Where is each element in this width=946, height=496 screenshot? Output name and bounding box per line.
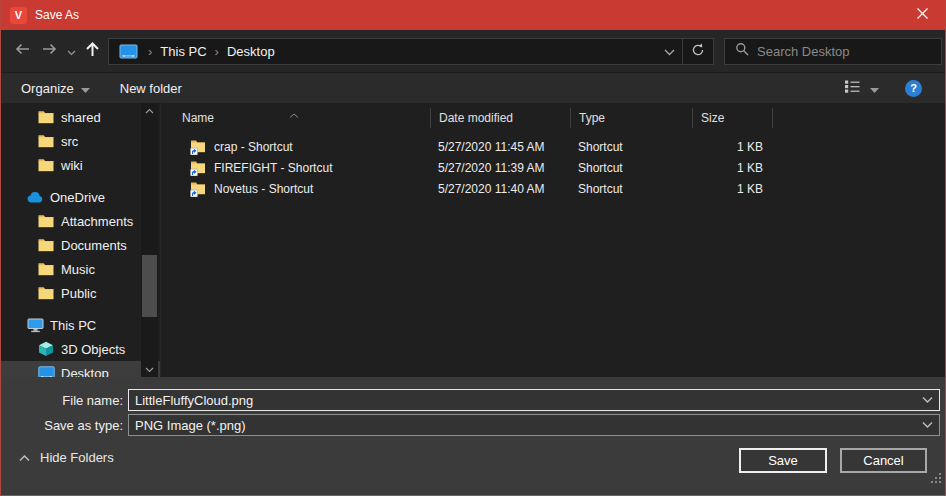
dialog-footer: Hide Folders Save Cancel — [1, 436, 945, 486]
scrollbar-thumb[interactable] — [142, 255, 157, 317]
folder-icon — [37, 214, 55, 228]
folder-icon — [37, 110, 55, 124]
change-view-button[interactable] — [845, 80, 860, 96]
bottom-panel: File name: Save as type: PNG Image (*.pn… — [1, 377, 945, 495]
sidebar-item-label: wiki — [61, 158, 83, 173]
sidebar-item-attachments[interactable]: Attachments — [1, 209, 160, 233]
file-name-combo — [128, 389, 940, 411]
sidebar-item-label: Documents — [61, 238, 127, 253]
close-icon — [916, 6, 929, 24]
resize-grip-icon[interactable] — [932, 474, 941, 483]
save-button[interactable]: Save — [739, 448, 827, 473]
window-title: Save As — [35, 8, 79, 22]
file-row-firefight-shortcut[interactable]: FIREFIGHT - Shortcut5/27/2020 11:39 AMSh… — [161, 157, 945, 178]
sidebar-item-3d-objects[interactable]: 3D Objects — [1, 337, 160, 361]
sidebar-items: sharedsrcwikiOneDriveAttachmentsDocument… — [1, 103, 160, 377]
search-box[interactable] — [724, 38, 942, 65]
main-area: sharedsrcwikiOneDriveAttachmentsDocument… — [1, 103, 945, 377]
sidebar-item-label: Attachments — [61, 214, 133, 229]
folder-icon — [37, 262, 55, 276]
titlebar: V Save As — [1, 0, 945, 30]
back-button[interactable] — [9, 37, 35, 65]
computer-icon — [26, 317, 44, 333]
folder-shortcut-icon — [190, 181, 206, 197]
sidebar-item-label: 3D Objects — [61, 342, 125, 357]
file-name-text: crap - Shortcut — [214, 140, 293, 154]
breadcrumb-desktop[interactable]: Desktop — [227, 44, 275, 59]
new-folder-button[interactable]: New folder — [120, 81, 182, 96]
back-arrow-icon — [13, 42, 31, 60]
search-input[interactable] — [757, 44, 941, 59]
sidebar-item-src[interactable]: src — [1, 129, 160, 153]
folder-shortcut-icon — [190, 160, 206, 176]
file-row-crap-shortcut[interactable]: crap - Shortcut5/27/2020 11:45 AMShortcu… — [161, 136, 945, 157]
up-arrow-icon — [85, 41, 100, 61]
sidebar-item-label: src — [61, 134, 78, 149]
type-cell: Shortcut — [570, 161, 692, 175]
save-as-type-value: PNG Image (*.png) — [129, 418, 246, 433]
sidebar-item-music[interactable]: Music — [1, 257, 160, 281]
sidebar-item-label: Desktop — [61, 366, 109, 378]
help-button[interactable]: ? — [905, 80, 922, 97]
date-modified-cell: 5/27/2020 11:39 AM — [430, 161, 570, 175]
file-name-dropdown-chevron[interactable] — [922, 397, 933, 404]
file-name-cell: crap - Shortcut — [161, 139, 430, 155]
file-name-cell: FIREFIGHT - Shortcut — [161, 160, 430, 176]
navigation-pane: sharedsrcwikiOneDriveAttachmentsDocument… — [1, 103, 161, 377]
sidebar-scrollbar[interactable] — [141, 103, 158, 377]
sidebar-item-onedrive[interactable]: OneDrive — [1, 185, 160, 209]
forward-button[interactable] — [37, 37, 63, 65]
folder-icon — [37, 286, 55, 300]
scroll-down-icon[interactable] — [141, 362, 158, 377]
date-modified-cell: 5/27/2020 11:40 AM — [430, 182, 570, 196]
breadcrumb-separator: › — [140, 44, 160, 59]
file-name-row: File name: — [1, 377, 940, 411]
sidebar-item-documents[interactable]: Documents — [1, 233, 160, 257]
close-button[interactable] — [900, 0, 945, 30]
sidebar-item-shared[interactable]: shared — [1, 105, 160, 129]
file-name-text: FIREFIGHT - Shortcut — [214, 161, 332, 175]
sidebar-item-label: Music — [61, 262, 95, 277]
cancel-button[interactable]: Cancel — [840, 448, 927, 473]
hide-folders-button[interactable]: Hide Folders — [19, 450, 114, 465]
address-history-button[interactable] — [656, 39, 682, 64]
address-bar[interactable]: › This PC › Desktop — [108, 38, 714, 65]
size-cell: 1 KB — [692, 161, 772, 175]
search-icon — [735, 42, 749, 60]
organize-label: Organize — [21, 81, 74, 96]
column-header-date-modified[interactable]: Date modified — [430, 108, 570, 128]
view-options-chevron[interactable] — [870, 81, 879, 96]
column-header-size[interactable]: Size — [692, 108, 772, 128]
save-as-type-select[interactable]: PNG Image (*.png) — [128, 414, 940, 436]
vivaldi-app-icon: V — [10, 7, 27, 24]
organize-button[interactable]: Organize — [21, 81, 90, 96]
file-name-input[interactable] — [129, 390, 939, 410]
file-list: Name Date modified Type Size crap - Shor… — [161, 103, 945, 377]
sidebar-item-public[interactable]: Public — [1, 281, 160, 305]
folder-shortcut-icon — [190, 139, 206, 155]
up-button[interactable] — [81, 37, 103, 65]
column-header-type[interactable]: Type — [570, 108, 692, 128]
column-headers: Name Date modified Type Size — [161, 103, 945, 133]
sidebar-item-this-pc[interactable]: This PC — [1, 313, 160, 337]
sidebar-item-label: shared — [61, 110, 101, 125]
dropdown-triangle-icon — [870, 81, 879, 96]
breadcrumb-separator: › — [207, 44, 227, 59]
sidebar-item-wiki[interactable]: wiki — [1, 153, 160, 177]
sidebar-item-desktop[interactable]: Desktop — [1, 361, 160, 377]
command-toolbar: Organize New folder ? — [1, 72, 945, 103]
scroll-up-icon[interactable] — [141, 103, 158, 118]
file-row-novetus-shortcut[interactable]: Novetus - Shortcut5/27/2020 11:40 AMShor… — [161, 178, 945, 199]
sidebar-item-label: Public — [61, 286, 96, 301]
save-as-type-dropdown-chevron — [922, 422, 933, 429]
chevron-down-icon — [664, 44, 675, 59]
file-name-cell: Novetus - Shortcut — [161, 181, 430, 197]
date-modified-cell: 5/27/2020 11:45 AM — [430, 140, 570, 154]
folder-icon — [37, 134, 55, 148]
recent-locations-button[interactable] — [65, 37, 77, 65]
cube-icon — [37, 341, 55, 357]
type-cell: Shortcut — [570, 140, 692, 154]
refresh-button[interactable] — [683, 39, 713, 64]
breadcrumb-this-pc[interactable]: This PC — [160, 44, 206, 59]
navigation-bar: › This PC › Desktop — [1, 30, 945, 72]
